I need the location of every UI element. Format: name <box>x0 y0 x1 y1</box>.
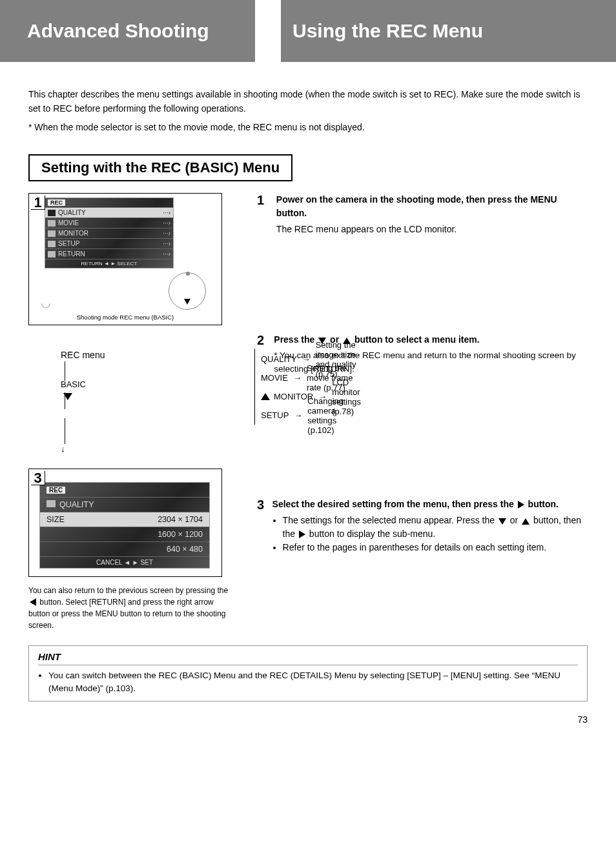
dial-arrow-icon <box>184 299 190 305</box>
size-label: SIZE <box>46 515 65 524</box>
step-3-head-a: Select the desired setting from the menu… <box>272 499 517 509</box>
banner-left: Advanced Shooting <box>0 0 255 62</box>
menu-label: MOVIE <box>58 219 79 227</box>
hint-item: You can switch between the REC (BASIC) M… <box>48 669 578 696</box>
menu-label: RETURN <box>58 250 85 257</box>
screenshot-1-caption: Shooting mode REC menu (BASIC) <box>33 314 218 321</box>
step-1-head: Power on the camera in the shooting mode… <box>276 193 588 220</box>
step-3-b1a: The settings for the selected menu appea… <box>283 515 497 525</box>
tree-quality: QUALITY <box>261 354 297 364</box>
triangle-right-icon <box>518 501 524 509</box>
banner-right: Using the REC Menu <box>281 0 616 62</box>
tree-setup-desc: Changing camera settings (p.102) <box>307 396 361 435</box>
step-3-body: Select the desired setting from the menu… <box>272 498 588 554</box>
size-value-3: 640 × 480 <box>167 545 203 554</box>
movie-icon <box>48 220 56 227</box>
lcd-footer: RETURN ◄ ► SELECT <box>45 259 173 268</box>
step-3-bullet-2: Refer to the pages in parentheses for de… <box>283 541 588 554</box>
camera-lcd-1: REC QUALITY···› MOVIE···› MONITOR···› SE… <box>45 197 174 268</box>
step-3-number: 3 <box>257 498 266 554</box>
hint-heading: HINT <box>38 651 578 665</box>
size-value-1: 2304 × 1704 <box>158 515 203 524</box>
menu-label: QUALITY <box>58 209 86 216</box>
monitor-icon <box>48 230 56 237</box>
rec-badge: REC <box>48 199 65 206</box>
menu-label: SETUP <box>58 240 79 247</box>
lens-icon: ◡ <box>41 296 51 310</box>
size-value-2: 1600 × 1200 <box>158 530 203 539</box>
screenshot-1-tag: 1 <box>31 196 45 210</box>
step-1-text: The REC menu appears on the LCD monitor. <box>276 223 588 236</box>
page-number: 73 <box>28 714 588 725</box>
menu-row-monitor: MONITOR···› <box>45 228 173 238</box>
triangle-right-icon <box>299 530 305 538</box>
step-3-head: Select the desired setting from the menu… <box>272 498 588 511</box>
screenshot-2: 3 REC QUALITY SIZE2304 × 1704 1600 × 120… <box>28 469 222 577</box>
step-1-number: 1 <box>257 193 270 236</box>
lcd-header: REC <box>45 198 173 207</box>
lcd2-size-row-3: 640 × 480 <box>40 541 209 556</box>
step-3-head-b: button. <box>526 499 559 509</box>
left-note: You can also return to the previous scre… <box>28 585 235 631</box>
menu-row-return: RETURN···› <box>45 248 173 259</box>
tree-basic: BASIC <box>61 379 105 389</box>
triangle-left-icon <box>30 598 36 606</box>
return-icon <box>48 251 56 257</box>
quality-icon <box>48 210 56 216</box>
left-note-a: You can also return to the previous scre… <box>28 586 228 595</box>
step-3-bullet-1: The settings for the selected menu appea… <box>283 514 588 541</box>
lcd2-quality-label: QUALITY <box>59 500 94 509</box>
tree-movie: MOVIE <box>261 373 288 383</box>
rec-badge: REC <box>46 487 65 494</box>
menu-label: MONITOR <box>58 230 88 237</box>
menu-row-movie: MOVIE···› <box>45 217 173 228</box>
step-3-b1d: button to display the sub-menu. <box>307 529 435 539</box>
menu-row-setup: SETUP···› <box>45 238 173 248</box>
step-2-head-c: button to select a menu item. <box>352 334 480 345</box>
quality-icon <box>46 500 56 507</box>
top-banner: Advanced Shooting Using the REC Menu <box>0 0 616 62</box>
intro-note: * When the mode selector is set to the m… <box>28 121 588 135</box>
screenshot-1: 1 REC QUALITY···› MOVIE···› MONITOR···› … <box>28 193 222 325</box>
triangle-up-icon <box>261 393 270 400</box>
dial-pin-icon <box>186 272 190 276</box>
menu-row-quality: QUALITY···› <box>45 207 173 217</box>
setup-icon <box>48 241 56 247</box>
hint-box: HINT You can switch between the REC (BAS… <box>28 645 588 701</box>
triangle-up-icon <box>522 518 529 525</box>
intro-block: This chapter describes the menu settings… <box>28 88 588 135</box>
step-3-b1b: or <box>508 515 520 525</box>
left-note-b: button. Select [RETURN] and press the ri… <box>28 598 226 630</box>
lcd2-size-row-2: 1600 × 1200 <box>40 527 209 541</box>
triangle-down-icon <box>498 518 506 525</box>
lcd2-quality-row: QUALITY <box>40 497 209 512</box>
tree-root: REC menu <box>61 350 105 360</box>
lcd2-header: REC <box>40 483 209 497</box>
menu-tree: REC menu BASIC ↓ QUALITY→Setting the ima… <box>28 350 235 466</box>
intro-paragraph: This chapter describes the menu settings… <box>28 88 588 116</box>
step-2-head-a: Press the <box>274 334 317 345</box>
tree-setup: SETUP <box>261 410 289 420</box>
dial-pad-icon <box>169 272 206 310</box>
step-1-body: Power on the camera in the shooting mode… <box>276 193 588 236</box>
section-heading: Setting with the REC (BASIC) Menu <box>28 154 293 181</box>
camera-lcd-2: REC QUALITY SIZE2304 × 1704 1600 × 1200 … <box>39 482 210 569</box>
screenshot-2-tag: 3 <box>31 471 45 485</box>
banner-gap <box>255 0 281 62</box>
lcd2-size-row-1: SIZE2304 × 1704 <box>40 512 209 527</box>
lcd2-footer: CANCEL ◄ ► SET <box>40 556 209 568</box>
